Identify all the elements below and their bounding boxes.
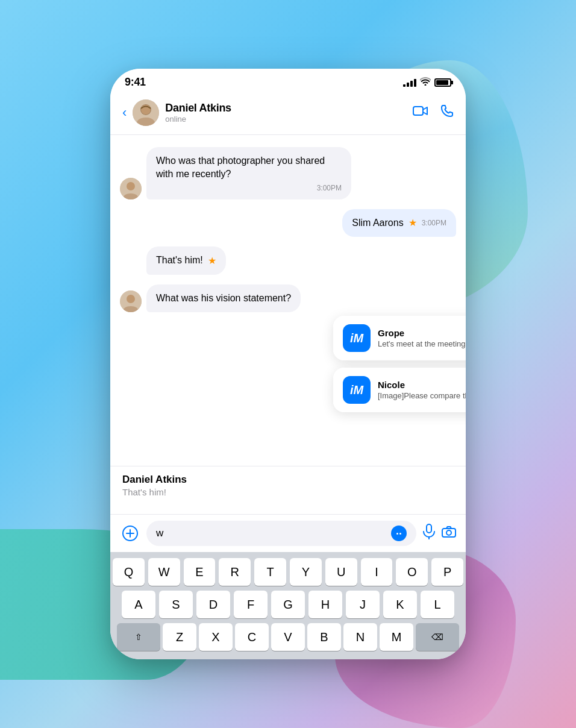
star-icon: ★ — [409, 217, 417, 228]
key-z[interactable]: Z — [163, 623, 196, 651]
message-text: Slim Aarons — [352, 216, 403, 230]
notif-content: Grope Let's meet at the meeting later😊 — [378, 328, 466, 348]
keyboard-row-1: Q W E R T Y U I O P — [113, 558, 463, 586]
svg-rect-9 — [427, 524, 431, 533]
input-value: w — [156, 527, 163, 539]
message-row: That's him! ★ — [120, 246, 456, 274]
message-text: What was his vision statement? — [156, 292, 291, 305]
notif-app-icon: iM — [343, 376, 371, 404]
avatar — [120, 178, 142, 199]
message-input[interactable]: w — [146, 521, 416, 546]
key-e[interactable]: E — [184, 558, 216, 586]
key-shift[interactable]: ⇧ — [117, 623, 160, 651]
key-i[interactable]: I — [361, 558, 393, 586]
attachment-button[interactable] — [120, 523, 140, 544]
mic-button[interactable] — [422, 524, 436, 543]
message-time: 3:00PM — [156, 184, 342, 192]
key-n[interactable]: N — [343, 623, 377, 651]
contact-name: Daniel Atkins — [165, 102, 413, 115]
notification-banner: iM Grope Let's meet at the meeting later… — [333, 316, 466, 360]
messages-area: Who was that photographer you shared wit… — [110, 135, 466, 466]
bubble-content: That's him! ★ — [156, 254, 216, 267]
key-p[interactable]: P — [431, 558, 463, 586]
bubble-content: Slim Aarons ★ 3:00PM — [352, 216, 446, 230]
key-b[interactable]: B — [307, 623, 341, 651]
key-c[interactable]: C — [235, 623, 269, 651]
star-icon: ★ — [208, 255, 216, 266]
notif-body: [Image]Please compare the adjusted ... — [378, 391, 466, 400]
key-m[interactable]: M — [380, 623, 413, 651]
chat-header: ‹ Daniel Atkins online — [110, 93, 466, 135]
message-bubble: Who was that photographer you shared wit… — [146, 147, 351, 199]
key-k[interactable]: K — [383, 591, 417, 618]
chat-preview: Daniel Atkins That's him! — [110, 466, 466, 514]
message-text: Who was that photographer you shared wit… — [156, 154, 342, 181]
wifi-icon — [420, 77, 431, 88]
contact-info: Daniel Atkins online — [165, 102, 413, 124]
key-u[interactable]: U — [325, 558, 357, 586]
key-f[interactable]: F — [234, 591, 268, 618]
emoji-button[interactable] — [391, 526, 407, 541]
header-actions — [413, 104, 454, 121]
contact-status: online — [165, 115, 413, 124]
preview-contact-name: Daniel Atkins — [122, 474, 454, 486]
svg-rect-3 — [413, 107, 423, 115]
keyboard: Q W E R T Y U I O P A S D F G H J K L — [110, 552, 466, 659]
notif-title: Grope — [378, 328, 466, 338]
camera-button[interactable] — [442, 526, 456, 541]
notification-banner: iM Nicole [Image]Please compare the adju… — [333, 368, 466, 412]
phone-mockup: 9:41 — [110, 69, 466, 659]
message-bubble: That's him! ★ — [146, 246, 226, 274]
svg-point-7 — [127, 295, 135, 303]
key-h[interactable]: H — [308, 591, 342, 618]
key-s[interactable]: S — [159, 591, 193, 618]
notif-content: Nicole [Image]Please compare the adjuste… — [378, 380, 466, 400]
key-y[interactable]: Y — [290, 558, 322, 586]
key-o[interactable]: O — [396, 558, 428, 586]
key-j[interactable]: J — [346, 591, 380, 618]
notif-logo: iM — [350, 383, 363, 397]
message-time: 3:00PM — [422, 219, 446, 227]
key-backspace[interactable]: ⌫ — [416, 623, 459, 651]
key-x[interactable]: X — [199, 623, 233, 651]
battery-icon — [434, 78, 451, 87]
preview-message-text: That's him! — [122, 487, 454, 497]
phone-call-icon[interactable] — [440, 104, 454, 121]
notif-app-icon: iM — [343, 324, 371, 352]
message-row: What was his vision statement? — [120, 284, 456, 312]
video-call-icon[interactable] — [413, 105, 428, 121]
notif-logo: iM — [350, 331, 363, 345]
keyboard-row-2: A S D F G H J K L — [113, 591, 463, 618]
message-text: That's him! — [156, 254, 203, 267]
svg-point-12 — [446, 530, 451, 535]
status-bar: 9:41 — [110, 69, 466, 93]
contact-avatar — [133, 99, 159, 126]
key-q[interactable]: Q — [113, 558, 145, 586]
key-r[interactable]: R — [219, 558, 251, 586]
message-row: Who was that photographer you shared wit… — [120, 147, 456, 199]
status-time: 9:41 — [125, 76, 146, 89]
notifications-container: iM Grope Let's meet at the meeting later… — [333, 316, 466, 412]
key-a[interactable]: A — [122, 591, 155, 618]
signal-icon — [403, 78, 416, 87]
key-v[interactable]: V — [271, 623, 305, 651]
message-row: Slim Aarons ★ 3:00PM — [120, 209, 456, 237]
svg-point-5 — [127, 182, 135, 190]
key-d[interactable]: D — [196, 591, 230, 618]
avatar — [120, 290, 142, 312]
message-bubble: What was his vision statement? — [146, 284, 301, 312]
status-icons — [403, 77, 451, 88]
message-bubble: Slim Aarons ★ 3:00PM — [342, 209, 456, 237]
key-w[interactable]: W — [148, 558, 180, 586]
keyboard-row-3: ⇧ Z X C V B N M ⌫ — [113, 623, 463, 651]
key-l[interactable]: L — [421, 591, 454, 618]
back-button[interactable]: ‹ — [122, 105, 127, 121]
notif-body: Let's meet at the meeting later😊 — [378, 339, 466, 348]
input-bar: w — [110, 514, 466, 552]
notif-title: Nicole — [378, 380, 466, 390]
key-g[interactable]: G — [271, 591, 305, 618]
key-t[interactable]: T — [254, 558, 286, 586]
